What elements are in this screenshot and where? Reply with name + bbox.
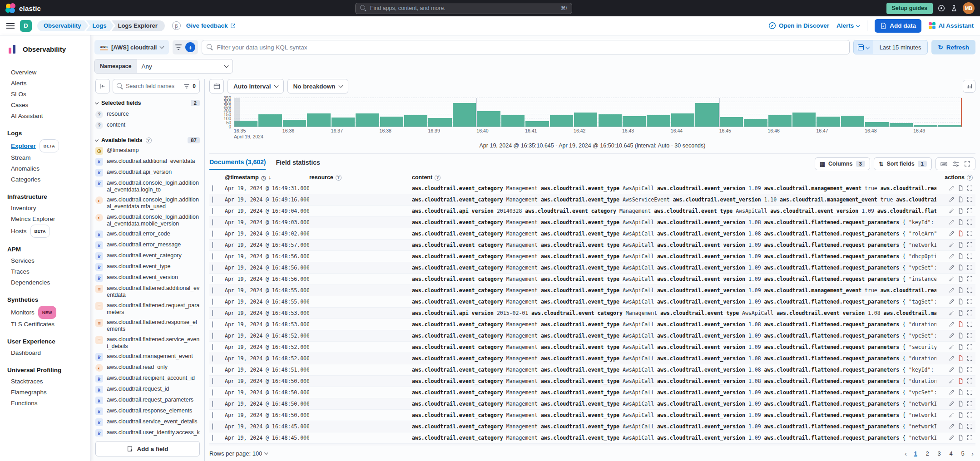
tab-field-statistics[interactable]: Field statistics (276, 159, 320, 169)
histogram-bar[interactable] (283, 120, 306, 127)
field-search-input[interactable] (126, 83, 181, 89)
row-checkbox[interactable] (212, 276, 213, 282)
histogram-bar[interactable] (841, 116, 864, 127)
row-checkbox[interactable] (212, 253, 213, 260)
expand-row-icon[interactable] (967, 208, 973, 215)
kql-input[interactable] (217, 44, 844, 51)
sidebar-item-anomalies[interactable]: Anomalies (11, 163, 83, 174)
rows-per-page-select[interactable]: Rows per page: 100 (209, 450, 267, 457)
expand-row-icon[interactable] (967, 435, 973, 441)
row-checkbox[interactable] (212, 242, 213, 248)
menu-toggle-icon[interactable] (6, 23, 15, 29)
document-icon[interactable] (958, 196, 964, 203)
dataset-selector-button[interactable]: aws [AWS] cloudtrail (94, 40, 169, 54)
column-header-timestamp[interactable]: @timestamp ◷ ↓ (225, 174, 309, 181)
field-item[interactable]: ◐aws.cloudtrail.read_only (95, 363, 200, 373)
breakdown-select[interactable]: No breakdown (287, 79, 348, 93)
expand-row-icon[interactable] (967, 412, 973, 419)
expand-row-icon[interactable] (967, 253, 973, 260)
histogram-bar[interactable] (380, 117, 403, 127)
document-icon[interactable] (958, 208, 964, 215)
expand-row-icon[interactable] (967, 344, 973, 351)
sidebar-item-functions[interactable]: Functions (11, 398, 83, 409)
degraded-document-icon[interactable] (958, 321, 964, 328)
document-icon[interactable] (958, 219, 964, 226)
breadcrumb-item[interactable]: Logs Explorer (111, 20, 164, 31)
histogram-bar[interactable] (792, 113, 816, 127)
column-header-content[interactable]: content? (412, 174, 936, 181)
histogram-bar[interactable] (695, 103, 718, 127)
field-item[interactable]: kaws.cloudtrail.console_login.additional… (95, 178, 200, 195)
field-search-bar[interactable]: 0 (113, 79, 200, 93)
sidebar-item-ai-assistant[interactable]: AI Assistant (11, 111, 83, 122)
edit-icon[interactable] (949, 401, 955, 407)
log-rate-histogram[interactable]: 05010015020025030035016:35April 19, 2024… (212, 98, 967, 127)
field-item[interactable]: ?resource (95, 109, 200, 120)
edit-icon[interactable] (949, 344, 955, 351)
previous-page-icon[interactable]: ‹ (903, 450, 909, 457)
sidebar-item-flamegraphs[interactable]: Flamegraphs (11, 387, 83, 398)
document-icon[interactable] (958, 287, 964, 294)
expand-row-icon[interactable] (967, 219, 973, 226)
field-item[interactable]: kaws.cloudtrail.event_type (95, 262, 200, 273)
degraded-document-icon[interactable] (958, 378, 964, 385)
page-number[interactable]: 4 (946, 448, 956, 458)
edit-icon[interactable] (949, 196, 955, 203)
edit-icon[interactable] (949, 230, 955, 237)
histogram-plot-area[interactable]: 05010015020025030035016:35April 19, 2024… (234, 98, 962, 127)
row-checkbox[interactable] (212, 208, 213, 214)
fullscreen-icon[interactable] (961, 161, 973, 167)
row-checkbox[interactable] (212, 287, 213, 294)
expand-row-icon[interactable] (967, 355, 973, 362)
keyboard-shortcuts-icon[interactable] (938, 161, 950, 167)
breadcrumb-item[interactable]: Logs (86, 20, 114, 31)
document-icon[interactable] (958, 310, 964, 317)
field-item[interactable]: ?content (95, 120, 200, 131)
field-item[interactable]: kaws.cloudtrail.request_parameters (95, 395, 200, 406)
expand-row-icon[interactable] (967, 287, 973, 294)
field-item[interactable]: ◐aws.cloudtrail.console_login.additional… (95, 195, 200, 212)
histogram-bar[interactable] (501, 115, 525, 127)
edit-icon[interactable] (949, 310, 955, 317)
global-search-input[interactable]: Find apps, content, and more. ⌘/ (355, 3, 572, 14)
row-checkbox[interactable] (212, 367, 213, 373)
add-data-button[interactable]: Add data (875, 19, 921, 33)
histogram-bar[interactable] (307, 113, 330, 127)
histogram-bar[interactable] (332, 118, 355, 127)
row-checkbox[interactable] (212, 435, 213, 441)
row-checkbox[interactable] (212, 412, 213, 418)
sidebar-item-monitors[interactable]: MonitorsNEW (11, 306, 83, 319)
expand-row-icon[interactable] (967, 196, 973, 203)
help-icon[interactable] (937, 4, 945, 12)
document-icon[interactable] (958, 253, 964, 260)
field-item[interactable]: kaws.cloudtrail.response_elements (95, 406, 200, 417)
row-checkbox[interactable] (212, 401, 213, 407)
edit-icon[interactable] (949, 208, 955, 215)
edit-icon[interactable] (949, 435, 955, 441)
histogram-bar[interactable] (356, 113, 379, 127)
field-item[interactable]: ≡aws.cloudtrail.flattened.response_eleme… (95, 318, 200, 335)
edit-icon[interactable] (949, 287, 955, 294)
sidebar-item-slos[interactable]: SLOs (11, 89, 83, 100)
date-picker-button[interactable] (854, 40, 873, 54)
histogram-bar[interactable] (428, 118, 451, 127)
field-item[interactable]: kaws.cloudtrail.error_message (95, 240, 200, 251)
row-checkbox[interactable] (212, 299, 213, 305)
document-icon[interactable] (958, 265, 964, 271)
field-item[interactable]: kaws.cloudtrail.user_identity.access_key… (95, 428, 200, 437)
field-item[interactable]: kaws.cloudtrail.management_event (95, 352, 200, 363)
document-icon[interactable] (958, 389, 964, 396)
next-page-icon[interactable]: › (970, 450, 975, 457)
chart-options-button[interactable] (963, 80, 975, 93)
selected-fields-header[interactable]: Selected fields 2 (95, 100, 200, 106)
field-item[interactable]: ◐aws.cloudtrail.console_login.additional… (95, 212, 200, 229)
field-item[interactable]: kaws.cloudtrail.event_category (95, 251, 200, 262)
user-avatar[interactable]: MB (963, 2, 975, 14)
document-icon[interactable] (958, 333, 964, 339)
sidebar-item-dashboard[interactable]: Dashboard (11, 348, 83, 358)
histogram-bar[interactable] (574, 113, 597, 127)
sidebar-item-stream[interactable]: Stream (11, 152, 83, 163)
tab-documents[interactable]: Documents (3,602) (209, 158, 266, 170)
sidebar-item-services[interactable]: Services (11, 255, 83, 266)
document-icon[interactable] (958, 412, 964, 419)
